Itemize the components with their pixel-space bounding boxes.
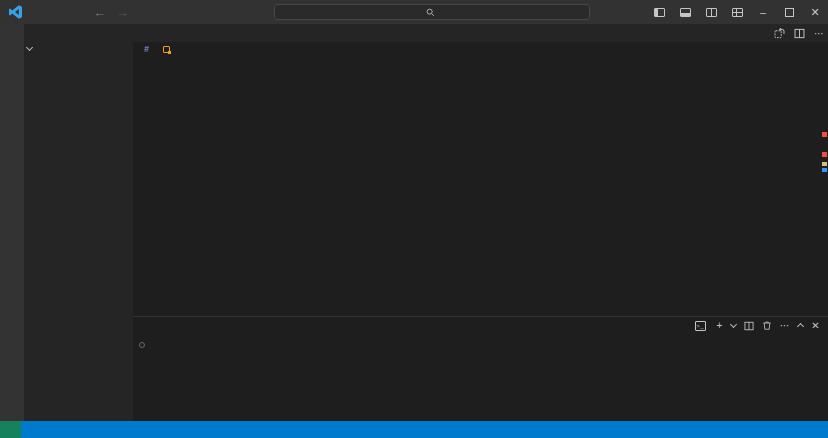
open-changes-icon[interactable] [774,28,785,39]
toggle-panel-icon[interactable] [672,0,698,24]
terminal-icon: >_ [695,321,706,331]
status-bar [0,421,828,438]
split-editor-layout-icon[interactable] [698,0,724,24]
panel-actions: >_ + ⋯ ✕ [695,317,820,334]
explorer-sidebar [24,24,133,421]
minimize-icon[interactable]: – [750,0,776,24]
split-terminal-icon[interactable] [744,321,754,331]
code-editor[interactable] [133,56,828,316]
terminal-command-decoration [139,342,145,348]
chevron-down-icon[interactable] [730,321,737,328]
search-icon [426,8,435,17]
panel-more-actions-icon[interactable]: ⋯ [780,320,790,331]
back-arrow-icon[interactable]: ← [93,5,106,20]
customize-layout-icon[interactable] [724,0,750,24]
editor-group: ⋯ # >_ [133,24,828,421]
new-terminal-icon[interactable]: + [717,320,723,331]
overview-ruler[interactable] [821,24,828,316]
kill-terminal-icon[interactable] [762,320,772,331]
maximize-icon[interactable] [776,0,802,24]
terminal-content[interactable] [133,334,828,348]
toggle-sidebar-icon[interactable] [646,0,672,24]
forward-arrow-icon[interactable]: → [116,5,129,20]
history-arrows: ← → [93,5,129,20]
bottom-panel: >_ + ⋯ ✕ [133,316,828,421]
ruler-error-mark [822,132,827,137]
chevron-down-icon [26,43,33,50]
css-file-icon: # [141,44,152,55]
panel-tab-bar: >_ + ⋯ ✕ [133,317,828,334]
close-panel-icon[interactable]: ✕ [811,320,820,331]
split-editor-icon[interactable] [794,28,805,39]
window-controls: – ✕ [646,0,828,24]
editor-actions: ⋯ [768,24,824,42]
explorer-header [24,24,133,41]
command-center-search[interactable] [274,4,590,20]
terminal-profile[interactable]: >_ [695,321,709,331]
close-window-icon[interactable]: ✕ [802,0,828,24]
remote-indicator[interactable] [0,421,21,438]
title-bar: ← → – ✕ [0,0,828,24]
ruler-info-mark [822,168,827,172]
activity-bar [0,24,24,421]
symbol-class-icon [163,46,170,53]
ruler-warning-mark [822,162,827,166]
chevron-up-icon[interactable] [797,323,804,330]
workspace-root-folder[interactable] [24,41,133,55]
breadcrumb[interactable]: # [133,42,828,56]
editor-tab-bar: ⋯ [133,24,828,42]
vscode-window: ← → – ✕ [0,0,828,438]
vscode-logo-icon [8,4,24,20]
ruler-error-mark [822,152,827,157]
